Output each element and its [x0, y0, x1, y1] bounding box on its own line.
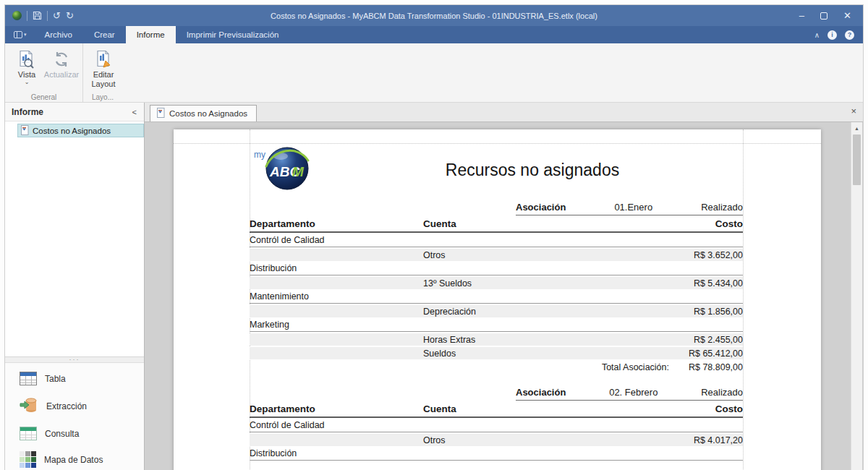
sidebar-header: Informe <: [5, 103, 144, 121]
close-document-icon[interactable]: ×: [851, 106, 856, 116]
logo-sphere: ABC M: [265, 145, 310, 194]
chevron-down-icon: ▾: [24, 32, 27, 38]
query-icon: [20, 427, 37, 440]
tree-item-costos-no-asignados[interactable]: Costos no Asignados: [17, 124, 144, 137]
editar-layout-label-2: Layout: [91, 80, 115, 89]
logo-text-m: M: [292, 164, 305, 179]
tool-label: Mapa de Datos: [44, 455, 103, 465]
account-cost: R$ 4.017,20: [694, 435, 743, 445]
account-cost: R$ 1.856,00: [694, 307, 743, 317]
association-total-row: Total Asociación:R$ 78.809,00: [250, 359, 743, 374]
panel-splitter[interactable]: ···: [5, 357, 144, 363]
spacer: [250, 278, 423, 289]
account-row: SueldosR$ 65.412,00: [250, 347, 743, 359]
myabcm-logo: my: [254, 145, 315, 192]
report-doc-icon: [20, 125, 29, 137]
vertical-scrollbar[interactable]: ▲: [851, 122, 862, 470]
tab-crear[interactable]: Crear: [83, 26, 126, 43]
tab-informe[interactable]: Informe: [126, 26, 176, 43]
sidebar-title: Informe: [12, 107, 43, 117]
divider: [47, 11, 48, 21]
account-cost: R$ 3.652,00: [694, 250, 743, 260]
group-label-general: General: [5, 93, 82, 101]
report-doc-icon: [156, 108, 165, 119]
column-header-row: DepartamentoCuentaCosto: [250, 215, 743, 233]
account-name: Otros: [423, 435, 694, 445]
account-row: OtrosR$ 3.652,00: [250, 249, 743, 261]
department-row: Contról de Calidad: [250, 233, 743, 247]
account-row: Horas ExtrasR$ 2.455,00: [250, 333, 743, 346]
department-row: Distribución: [250, 446, 743, 461]
editar-layout-button[interactable]: Editar Layout: [88, 47, 119, 89]
ribbon-right-controls: ∧ i ?: [814, 26, 854, 43]
actualizar-button[interactable]: Actualizar: [44, 47, 79, 80]
undo-icon[interactable]: ↺: [53, 11, 61, 20]
scrollbar-thumb[interactable]: [853, 134, 861, 185]
ribbon-group-general: Vista ⌄ Actualizar General: [5, 43, 83, 102]
account-name: Sueldos: [423, 349, 689, 359]
account-row: OtrosR$ 4.017,20: [250, 434, 743, 446]
sidebar-tools-list: Tabla Extracción Consulta: [5, 363, 144, 470]
report-section: Asociación02. FebreroRealizadoDepartamen…: [250, 385, 743, 461]
ribbon-tab-row: ▾ Archivo Crear Informe Imprimir Previsu…: [5, 26, 863, 43]
column-header-costo: Costo: [715, 403, 743, 414]
total-label: Total Asociación:: [602, 362, 669, 372]
column-header-departamento: Departamento: [250, 403, 423, 414]
sidebar-item-extraccion[interactable]: Extracción: [20, 396, 144, 416]
tab-archivo[interactable]: Archivo: [34, 26, 83, 43]
sidebar-informe: Informe < Costos no Asignados ··· Tabla: [5, 103, 145, 470]
window-layout-menu[interactable]: ▾: [5, 26, 34, 43]
association-label: Asociación: [516, 387, 566, 398]
edit-layout-icon: [94, 48, 113, 70]
tool-label: Consulta: [45, 429, 79, 439]
help-icon[interactable]: ?: [845, 30, 854, 40]
association-label: Asociación: [516, 202, 566, 213]
quick-access-toolbar: ↺ ↻: [12, 11, 74, 21]
association-period: 02. Febrero: [609, 387, 658, 398]
sidebar-item-consulta[interactable]: Consulta: [20, 427, 144, 440]
association-status: Realizado: [701, 387, 743, 398]
department-row: Contról de Calidad: [250, 418, 743, 432]
maximize-button[interactable]: [820, 12, 827, 20]
report-header: my: [250, 143, 743, 199]
tool-label: Tabla: [45, 374, 66, 384]
tab-imprimir-previsualizacion[interactable]: Imprimir Previsualización: [176, 26, 290, 43]
column-header-cuenta: Cuenta: [423, 403, 715, 414]
logo-prefix: my: [254, 150, 265, 160]
vista-button[interactable]: Vista ⌄: [9, 47, 44, 85]
save-icon[interactable]: [33, 11, 42, 20]
data-map-icon: [20, 451, 36, 468]
spacer: [250, 307, 423, 317]
document-tab-costos-no-asignados[interactable]: Costos no Asignados: [150, 105, 257, 121]
view-report-icon: [17, 48, 36, 70]
close-button[interactable]: ✕: [843, 10, 851, 21]
collapse-ribbon-icon[interactable]: ∧: [814, 31, 820, 39]
window-title: Costos no Asignados - MyABCM Data Transf…: [5, 12, 863, 20]
app-icon[interactable]: [12, 11, 22, 20]
window-layout-icon: [14, 31, 22, 38]
spacer: [250, 435, 423, 445]
spacer: [250, 349, 423, 359]
report-workspace: my: [145, 122, 863, 470]
tool-label: Extracción: [46, 401, 87, 411]
sidebar-item-mapa-de-datos[interactable]: Mapa de Datos: [20, 451, 144, 468]
account-name: Depreciación: [423, 307, 694, 317]
redo-icon[interactable]: ↻: [66, 11, 74, 20]
info-icon[interactable]: i: [827, 30, 837, 40]
collapse-panel-icon[interactable]: <: [132, 108, 137, 116]
association-status: Realizado: [701, 202, 743, 213]
account-cost: R$ 2.455,00: [694, 335, 743, 345]
account-cost: R$ 5.434,00: [694, 278, 743, 289]
column-header-cuenta: Cuenta: [423, 218, 715, 229]
minimize-button[interactable]: –: [799, 10, 804, 21]
document-tab-strip: Costos no Asignados ×: [145, 103, 863, 122]
scroll-up-icon[interactable]: ▲: [851, 122, 862, 134]
app-window: Costos no Asignados - MyABCM Data Transf…: [4, 4, 864, 470]
sidebar-item-tabla[interactable]: Tabla: [20, 372, 144, 385]
window-controls: – ✕: [799, 10, 851, 21]
total-value: R$ 78.809,00: [679, 362, 743, 372]
spacer: [250, 250, 423, 260]
department-row: Marketing: [250, 317, 743, 332]
report-title: Recursos no asignados: [322, 143, 743, 180]
actualizar-label: Actualizar: [44, 70, 79, 80]
